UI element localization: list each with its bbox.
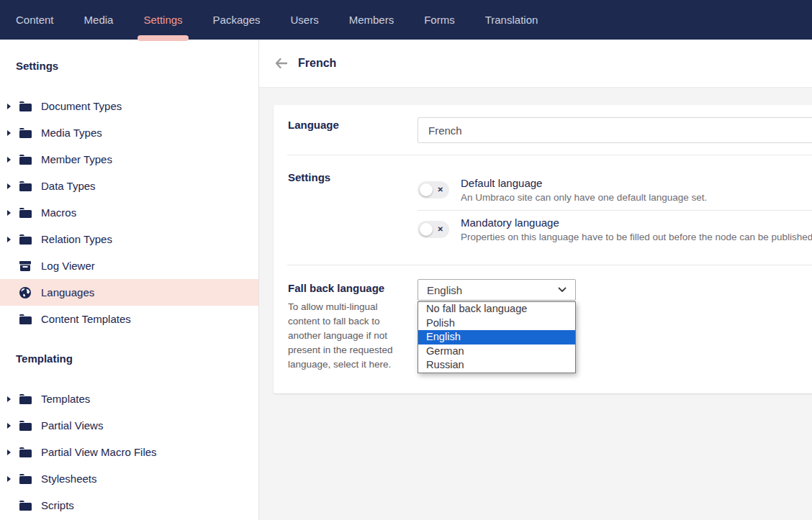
globe-icon (19, 287, 32, 298)
divider (287, 265, 812, 265)
caret-right-icon[interactable] (7, 423, 16, 429)
chevron-down-icon (558, 287, 567, 293)
sidebar-item-label: Templates (41, 393, 90, 405)
nav-tab-label: Packages (213, 14, 261, 26)
nav-tab-forms[interactable]: Forms (409, 0, 470, 40)
mandatory-language-toggle[interactable]: ✕ (418, 221, 449, 238)
sidebar-item-label: Scripts (41, 499, 74, 511)
active-tab-underline (137, 35, 188, 41)
folder-icon (19, 101, 32, 112)
folder-icon (19, 447, 32, 458)
nav-tab-content[interactable]: Content (1, 0, 69, 40)
dropdown-option-no-fallback[interactable]: No fall back language (418, 302, 575, 316)
nav-tab-media[interactable]: Media (69, 0, 129, 40)
nav-tab-settings[interactable]: Settings (128, 0, 197, 40)
settings-field-label: Settings (288, 171, 330, 183)
caret-right-icon[interactable] (7, 396, 16, 402)
default-language-title: Default language (461, 177, 707, 190)
sidebar-item-label: Data Types (41, 180, 96, 192)
dropdown-option-polish[interactable]: Polish (418, 316, 575, 331)
sidebar-item-log-viewer[interactable]: Log Viewer (0, 252, 258, 279)
back-button[interactable] (273, 55, 289, 71)
toggle-knob (420, 183, 433, 196)
nav-tab-users[interactable]: Users (275, 0, 333, 40)
fallback-field-label: Fall back language (288, 282, 384, 294)
sidebar-item-label: Log Viewer (41, 260, 95, 272)
sidebar-item-languages[interactable]: Languages (0, 279, 258, 306)
nav-tab-translation[interactable]: Translation (470, 0, 554, 40)
top-navigation: Content Media Settings Packages Users Me… (0, 0, 812, 40)
sidebar-item-scripts[interactable]: Scripts (0, 492, 258, 519)
caret-right-icon[interactable] (7, 183, 16, 189)
sidebar-item-member-types[interactable]: Member Types (0, 146, 258, 173)
sidebar-item-content-templates[interactable]: Content Templates (0, 306, 258, 332)
sidebar-item-label: Stylesheets (41, 473, 97, 485)
dropdown-option-english[interactable]: English (418, 330, 575, 345)
sidebar-item-label: Macros (41, 206, 76, 219)
caret-right-icon[interactable] (7, 237, 16, 242)
sidebar-item-macros[interactable]: Macros (0, 199, 258, 226)
back-arrow-icon (275, 58, 287, 68)
language-input[interactable] (418, 117, 812, 143)
settings-tree: Document Types Media Types Member Types … (0, 93, 258, 332)
editor-body: Language Settings ✕ Default language An … (259, 88, 812, 520)
caret-right-icon[interactable] (7, 104, 16, 109)
settings-tree-sidebar: Settings Document Types Media Types Memb… (0, 40, 259, 520)
sidebar-item-partial-view-macro-files[interactable]: Partial View Macro Files (0, 439, 258, 465)
folder-icon (19, 500, 32, 511)
caret-right-icon[interactable] (7, 476, 16, 482)
sidebar-item-media-types[interactable]: Media Types (0, 119, 258, 146)
caret-right-icon[interactable] (7, 450, 16, 455)
folder-icon (19, 127, 32, 139)
nav-tab-label: Settings (143, 14, 182, 26)
caret-right-icon[interactable] (7, 210, 16, 216)
sidebar-item-label: Content Templates (41, 313, 131, 325)
divider (418, 210, 812, 211)
sidebar-item-data-types[interactable]: Data Types (0, 173, 258, 199)
nav-tab-label: Users (290, 14, 318, 26)
nav-tab-label: Translation (485, 14, 538, 26)
toggle-off-x-icon: ✕ (438, 226, 443, 233)
sidebar-item-relation-types[interactable]: Relation Types (0, 226, 258, 252)
mandatory-language-setting: ✕ Mandatory language Properties on this … (418, 216, 812, 243)
sidebar-item-document-types[interactable]: Document Types (0, 93, 258, 119)
fallback-select-value: English (427, 284, 558, 296)
folder-icon (19, 207, 32, 219)
editor-main: French Language Settings ✕ Default langu… (259, 40, 812, 520)
fallback-field-description: To allow multi-lingual content to fall b… (288, 300, 412, 372)
default-language-setting: ✕ Default language An Umbraco site can o… (418, 177, 707, 204)
sidebar-item-stylesheets[interactable]: Stylesheets (0, 465, 258, 492)
sidebar-item-label: Partial Views (41, 419, 103, 432)
language-field-label: Language (288, 119, 339, 131)
folder-icon (19, 234, 32, 245)
nav-tab-label: Forms (424, 14, 455, 26)
sidebar-item-label: Partial View Macro Files (41, 446, 157, 458)
sidebar-item-templates[interactable]: Templates (0, 386, 258, 412)
nav-tab-members[interactable]: Members (334, 0, 410, 40)
default-language-description: An Umbraco site can only have one defaul… (461, 191, 707, 204)
sidebar-item-label: Languages (41, 286, 94, 298)
sidebar-section-header-settings: Settings (16, 59, 258, 73)
sidebar-item-label: Relation Types (41, 233, 112, 245)
language-edit-card: Language Settings ✕ Default language An … (274, 105, 812, 393)
sidebar-item-label: Media Types (41, 127, 102, 139)
caret-right-icon[interactable] (7, 157, 16, 163)
folder-icon (19, 314, 32, 325)
dropdown-option-german[interactable]: German (418, 345, 575, 359)
editor-header: French (259, 40, 812, 88)
nav-tab-label: Members (349, 14, 394, 26)
nav-tab-packages[interactable]: Packages (198, 0, 276, 40)
fallback-select-dropdown: No fall back language Polish English Ger… (418, 301, 576, 373)
dropdown-option-russian[interactable]: Russian (418, 358, 575, 373)
default-language-toggle[interactable]: ✕ (418, 181, 449, 199)
sidebar-section-header-templating: Templating (16, 352, 258, 365)
toggle-knob (420, 223, 433, 236)
folder-icon (19, 473, 32, 485)
templating-tree: Templates Partial Views Partial View Mac… (0, 386, 258, 519)
mandatory-language-title: Mandatory language (461, 216, 812, 229)
sidebar-item-label: Member Types (41, 153, 112, 165)
page-title: French (298, 57, 336, 70)
caret-right-icon[interactable] (7, 130, 16, 136)
sidebar-item-partial-views[interactable]: Partial Views (0, 412, 258, 439)
fallback-language-select[interactable]: English (418, 279, 576, 301)
